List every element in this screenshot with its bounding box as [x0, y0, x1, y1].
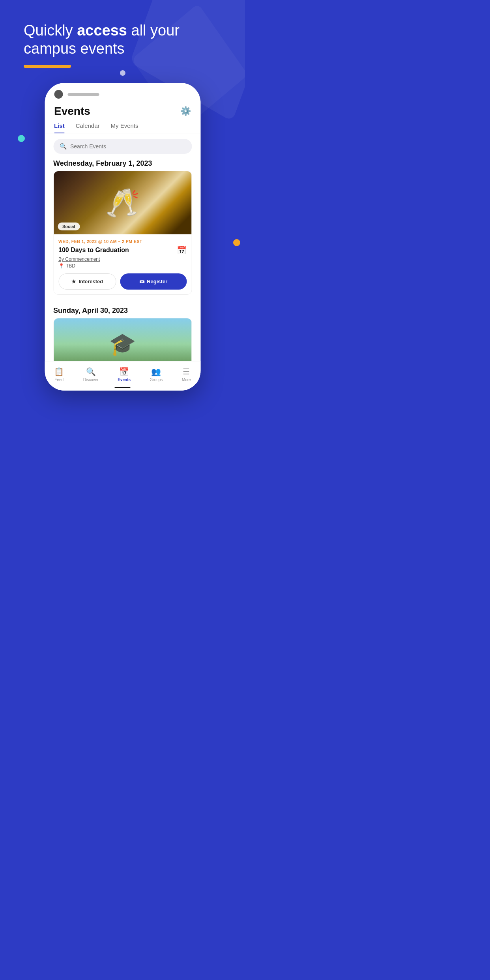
nav-discover[interactable]: 🔍 Discover: [79, 365, 103, 383]
search-bar[interactable]: 🔍: [53, 139, 192, 154]
discover-label: Discover: [83, 378, 99, 382]
action-buttons: ★ Interested 🎟 Register: [58, 273, 187, 290]
location-text: TBD: [66, 263, 75, 269]
register-button[interactable]: 🎟 Register: [120, 273, 187, 290]
phone-screen: Events ⚙️ List Calendar My Events 🔍 Wedn…: [45, 83, 200, 391]
event-organizer: By Commencement: [58, 256, 187, 262]
filter-icon[interactable]: ⚙️: [180, 106, 191, 116]
event-info-1: WED, FEB 1, 2023 @ 10 AM – 2 PM EST 100 …: [54, 234, 191, 294]
hero-underline: [24, 65, 71, 68]
interested-button[interactable]: ★ Interested: [58, 273, 116, 290]
dot-orange: [233, 239, 240, 246]
calendar-add-icon[interactable]: 📅: [177, 245, 187, 255]
organizer-prefix: By: [58, 256, 65, 262]
tab-bar: List Calendar My Events: [45, 118, 200, 133]
events-label: Events: [118, 378, 131, 382]
interested-label: Interested: [79, 279, 103, 284]
location-icon: 📍: [58, 263, 64, 269]
dot-white: [120, 70, 125, 76]
event-card-1: Social WED, FEB 1, 2023 @ 10 AM – 2 PM E…: [53, 171, 192, 295]
search-input[interactable]: [70, 143, 185, 150]
page-title: Events: [54, 105, 90, 118]
feed-icon: 📋: [54, 367, 64, 376]
events-list: Wednesday, February 1, 2023 Social WED, …: [45, 154, 200, 375]
hero-section: Quickly access all your campus events: [24, 22, 221, 68]
dot-teal: [18, 135, 25, 142]
hero-text-bold: access: [77, 22, 127, 39]
event-location: 📍 TBD: [58, 263, 187, 269]
home-indicator: [115, 387, 131, 388]
groups-icon: 👥: [151, 367, 161, 376]
event-date-label: WED, FEB 1, 2023 @ 10 AM – 2 PM EST: [58, 239, 187, 244]
ticket-icon: 🎟: [139, 279, 144, 284]
phone-speaker: [67, 93, 99, 96]
tab-calendar[interactable]: Calendar: [76, 122, 100, 133]
hero-text-part1: Quickly: [24, 22, 77, 39]
search-icon: 🔍: [60, 143, 67, 150]
nav-feed[interactable]: 📋 Feed: [49, 365, 69, 383]
organizer-name[interactable]: Commencement: [65, 256, 100, 262]
star-icon: ★: [71, 279, 76, 284]
feed-label: Feed: [54, 378, 64, 382]
hero-title: Quickly access all your campus events: [24, 22, 221, 58]
nav-more[interactable]: ☰ More: [177, 365, 196, 383]
phone-camera: [54, 90, 63, 99]
date-header-1: Wednesday, February 1, 2023: [45, 154, 200, 171]
more-icon: ☰: [183, 367, 190, 376]
bottom-nav: 📋 Feed 🔍 Discover 📅 Events 👥 Groups ☰ Mo…: [45, 361, 200, 391]
tab-list[interactable]: List: [54, 122, 65, 133]
events-icon: 📅: [119, 367, 129, 376]
phone-mockup: Events ⚙️ List Calendar My Events 🔍 Wedn…: [45, 83, 200, 391]
tab-my-events[interactable]: My Events: [111, 122, 138, 133]
register-label: Register: [147, 279, 167, 284]
groups-label: Groups: [150, 378, 163, 382]
date-header-2: Sunday, April 30, 2023: [45, 301, 200, 318]
event-name-row: 100 Days to Graduation 📅: [58, 245, 187, 255]
more-label: More: [182, 378, 191, 382]
nav-events[interactable]: 📅 Events: [113, 365, 135, 383]
discover-icon: 🔍: [86, 367, 96, 376]
event-badge-social: Social: [58, 223, 80, 230]
event-name: 100 Days to Graduation: [58, 247, 129, 254]
nav-groups[interactable]: 👥 Groups: [145, 365, 168, 383]
app-header: Events ⚙️: [45, 102, 200, 118]
phone-top-bar: [45, 83, 200, 102]
